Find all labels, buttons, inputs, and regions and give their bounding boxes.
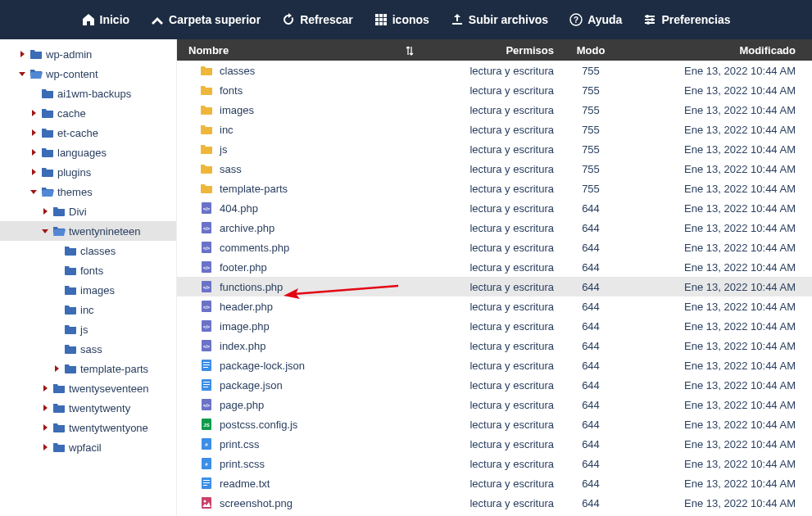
folder-icon [64, 303, 77, 316]
file-row[interactable]: image.phplectura y escritura644Ene 13, 2… [177, 316, 812, 336]
tree-label: cache [57, 107, 86, 120]
topbar-label: Inicio [100, 13, 130, 26]
tree-item-twentytwentyone[interactable]: twentytwentyone [0, 418, 176, 437]
tree-item-wp-content[interactable]: wp-content [0, 64, 176, 84]
tree-item-plugins[interactable]: plugins [0, 162, 176, 182]
file-modified: Ene 13, 2022 10:44 AM [619, 458, 812, 470]
topbar-refresh[interactable]: Refrescar [274, 8, 361, 31]
topbar-help[interactable]: Ayuda [561, 8, 630, 31]
folder-icon [41, 185, 54, 198]
file-row[interactable]: 404.phplectura y escritura644Ene 13, 202… [177, 198, 812, 218]
file-row[interactable]: footer.phplectura y escritura644Ene 13, … [177, 257, 812, 277]
file-mode: 644 [562, 458, 619, 470]
css-icon [200, 457, 213, 470]
topbar-up[interactable]: Carpeta superior [143, 8, 269, 31]
topbar-upload[interactable]: Subir archivos [442, 8, 556, 31]
tree-item-Divi[interactable]: Divi [0, 201, 176, 221]
file-row[interactable]: comments.phplectura y escritura644Ene 13… [177, 238, 812, 257]
caret-right-icon [18, 50, 26, 58]
file-mode: 644 [562, 222, 619, 234]
tree-item-sass[interactable]: sass [0, 339, 176, 359]
file-mode: 644 [562, 301, 619, 313]
caret-right-icon [41, 207, 49, 215]
file-row[interactable]: archive.phplectura y escritura644Ene 13,… [177, 218, 812, 238]
file-name: archive.php [220, 222, 274, 234]
file-modified: Ene 13, 2022 10:44 AM [619, 301, 812, 313]
folder-icon [200, 162, 213, 175]
file-row[interactable]: template-partslectura y escritura755Ene … [177, 179, 812, 198]
file-row[interactable]: page.phplectura y escritura644Ene 13, 20… [177, 395, 812, 414]
tree-item-cache[interactable]: cache [0, 103, 176, 123]
tree-item-classes[interactable]: classes [0, 241, 176, 260]
tree-label: template-parts [80, 363, 148, 375]
topbar-prefs[interactable]: Preferencias [635, 8, 738, 31]
file-perm: lectura y escritura [423, 438, 562, 450]
topbar-label: Subir archivos [469, 13, 548, 26]
file-row[interactable]: fontslectura y escritura755Ene 13, 2022 … [177, 80, 812, 100]
file-row[interactable]: index.phplectura y escritura644Ene 13, 2… [177, 336, 812, 355]
folder-icon [200, 123, 213, 136]
tree-item-twentytwenty[interactable]: twentytwenty [0, 398, 176, 418]
file-perm: lectura y escritura [423, 183, 562, 195]
tree-item-images[interactable]: images [0, 280, 176, 300]
file-row[interactable]: package-lock.jsonlectura y escritura644E… [177, 355, 812, 375]
file-row[interactable]: readme.txtlectura y escritura644Ene 13, … [177, 473, 812, 493]
file-perm: lectura y escritura [423, 242, 562, 254]
col-perm-header[interactable]: Permisos [423, 44, 562, 57]
file-mode: 644 [562, 497, 619, 509]
file-row[interactable]: sasslectura y escritura755Ene 13, 2022 1… [177, 159, 812, 179]
folder-icon [64, 264, 77, 277]
file-modified: Ene 13, 2022 10:44 AM [619, 320, 812, 333]
topbar: InicioCarpeta superiorRefrescariconosSub… [0, 0, 812, 39]
folder-icon [52, 224, 66, 238]
file-modified: Ene 13, 2022 10:44 AM [619, 261, 812, 274]
file-row[interactable]: inclectura y escritura755Ene 13, 2022 10… [177, 120, 812, 139]
folder-icon [200, 64, 213, 77]
col-mod-header[interactable]: Modificado [619, 44, 812, 57]
tree-item-languages[interactable]: languages [0, 143, 176, 162]
col-name-header[interactable]: Nombre [177, 44, 423, 57]
file-row[interactable]: package.jsonlectura y escritura644Ene 13… [177, 375, 812, 395]
tree-item-inc[interactable]: inc [0, 300, 176, 319]
file-mode: 755 [562, 183, 619, 195]
tree-item-template-parts[interactable]: template-parts [0, 359, 176, 378]
file-mode: 644 [562, 478, 619, 490]
file-perm: lectura y escritura [423, 104, 562, 116]
file-row[interactable]: header.phplectura y escritura644Ene 13, … [177, 296, 812, 316]
caret-down-icon [29, 188, 38, 196]
file-perm: lectura y escritura [423, 222, 562, 234]
filetable-header: Nombre Permisos Modo Modificado [177, 39, 812, 61]
file-row[interactable]: classeslectura y escritura755Ene 13, 202… [177, 61, 812, 80]
col-mode-header[interactable]: Modo [562, 44, 619, 57]
file-row[interactable]: screenshot.pnglectura y escritura644Ene … [177, 493, 812, 513]
file-row[interactable]: postcss.config.jslectura y escritura644E… [177, 414, 812, 434]
php-icon [200, 300, 213, 313]
file-row[interactable]: jslectura y escritura755Ene 13, 2022 10:… [177, 139, 812, 159]
topbar-home[interactable]: Inicio [74, 8, 138, 31]
file-row[interactable]: imageslectura y escritura755Ene 13, 2022… [177, 100, 812, 120]
file-mode: 644 [562, 281, 619, 293]
tree-item-fonts[interactable]: fonts [0, 260, 176, 280]
tree-item-js[interactable]: js [0, 319, 176, 339]
file-name: images [220, 104, 254, 116]
folder-icon [41, 146, 54, 159]
file-row[interactable]: print.csslectura y escritura644Ene 13, 2… [177, 434, 812, 454]
tree-item-twentynineteen[interactable]: twentynineteen [0, 221, 176, 241]
file-row[interactable]: print.scsslectura y escritura644Ene 13, … [177, 454, 812, 473]
topbar-grid[interactable]: iconos [366, 8, 438, 31]
tree-item-wp-admin[interactable]: wp-admin [0, 44, 176, 64]
file-mode: 644 [562, 340, 619, 352]
file-perm: lectura y escritura [423, 478, 562, 490]
file-modified: Ene 13, 2022 10:44 AM [619, 379, 812, 392]
tree-item-wpfacil[interactable]: wpfacil [0, 437, 176, 457]
file-perm: lectura y escritura [423, 261, 562, 274]
caret-right-icon [29, 129, 38, 137]
file-row[interactable]: functions.phplectura y escritura644Ene 1… [177, 277, 812, 296]
tree-item-twentyseventeen[interactable]: twentyseventeen [0, 378, 176, 398]
folder-icon [52, 401, 66, 414]
tree-item-ai1wm-backups[interactable]: ai1wm-backups [0, 84, 176, 103]
tree-item-et-cache[interactable]: et-cache [0, 123, 176, 143]
tree-item-themes[interactable]: themes [0, 182, 176, 201]
php-icon [200, 398, 213, 411]
file-name: postcss.config.js [220, 419, 297, 431]
